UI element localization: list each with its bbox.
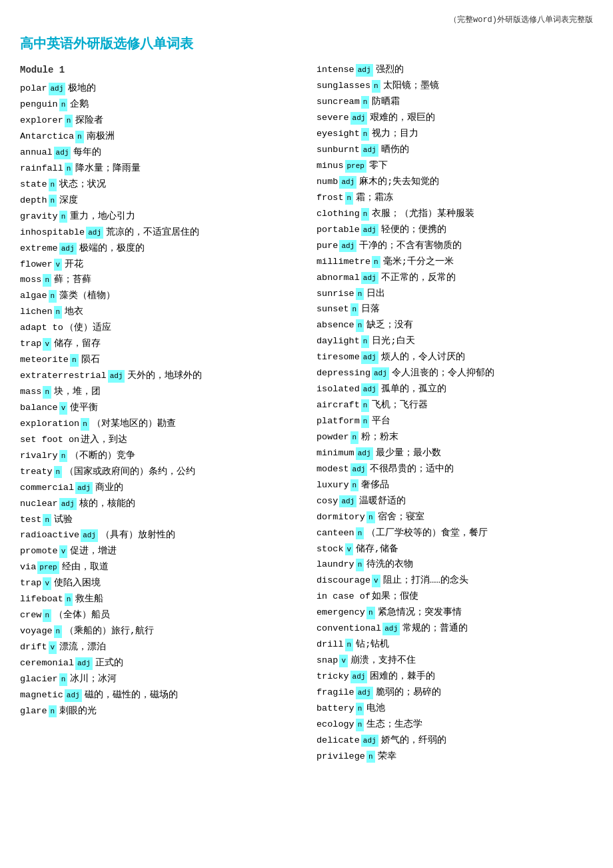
word-entry: daylightn日光;白天 (316, 334, 593, 349)
word: mass (20, 385, 41, 400)
definition: 烦人的，令人讨厌的 (381, 350, 465, 365)
page-header: （完整word)外研版选修八单词表完整版 (20, 13, 593, 27)
definition: 探险者 (75, 113, 103, 129)
word: balance (20, 401, 58, 416)
word: powder (316, 430, 349, 445)
definition: 霜；霜冻 (356, 191, 393, 206)
pos-tag: n (65, 115, 73, 127)
word: magnetic (20, 688, 63, 703)
pos-tag: adj (86, 227, 103, 239)
pos-tag: n (361, 335, 370, 348)
definition: 令人沮丧的；令人抑郁的 (392, 366, 494, 381)
word: flower (20, 257, 53, 273)
word: emergency (316, 605, 365, 621)
word: explorer (20, 113, 63, 129)
word-entry: annualadj每年的 (20, 145, 297, 161)
pos-tag: v (339, 655, 348, 667)
word-entry: staten状态；状况 (20, 177, 297, 193)
pos-tag: adj (361, 383, 378, 396)
word-entry: abnormaladj不正常的，反常的 (316, 271, 593, 286)
pos-tag: n (356, 559, 364, 571)
left-column: Module 1 polaradj极地的penguinn企鹅explorern探… (20, 63, 297, 765)
word-entry: trickyadj困难的，棘手的 (316, 669, 593, 685)
pos-tag: n (361, 415, 370, 428)
word-entry: portableadj轻便的；便携的 (316, 223, 593, 238)
pos-tag: adj (356, 447, 373, 460)
word-entry: clothingn衣服；（尤指）某种服装 (316, 207, 593, 222)
definition: 缺乏；没有 (366, 318, 413, 333)
word-entry: tiresomeadj烦人的，令人讨厌的 (316, 350, 593, 365)
word: modest (316, 462, 349, 477)
word: luxury (316, 478, 349, 493)
definition: 极地的 (68, 81, 96, 97)
word: voyage (20, 624, 53, 639)
word: delicate (316, 733, 360, 749)
pos-tag: n (54, 306, 63, 319)
pos-tag: n (345, 192, 354, 205)
word-entry: frostn霜；霜冻 (316, 191, 593, 206)
pos-tag: n (49, 179, 57, 191)
definition: 飞机；飞行器 (372, 398, 428, 413)
word: severe (316, 111, 349, 126)
word: pure (316, 239, 338, 254)
word: test (20, 513, 41, 528)
definition: 进入，到达 (81, 433, 127, 448)
definition: 强烈的 (376, 63, 404, 78)
word-entry: nuclearadj核的，核能的 (20, 497, 297, 512)
word-entry: explorern探险者 (20, 113, 297, 129)
pos-tag: n (75, 131, 84, 143)
pos-tag: v (372, 575, 380, 587)
definition: 极端的，极度的 (79, 241, 145, 257)
word: discourage (316, 573, 370, 589)
definition: 干净的；不含有害物质的 (359, 239, 462, 254)
word: snap (316, 653, 338, 669)
pos-tag: v (59, 402, 68, 415)
pos-tag: n (356, 319, 364, 332)
word-entry: testn试验 (20, 513, 297, 528)
word: isolated (316, 382, 360, 397)
definition: 娇气的，纤弱的 (381, 733, 446, 749)
definition: 平台 (372, 414, 390, 429)
pos-tag: adj (372, 367, 389, 380)
definition: 开花 (65, 257, 83, 273)
word-entry: modestadj不很昂贵的；适中的 (316, 462, 593, 477)
definition: 孤单的，孤立的 (381, 382, 446, 397)
pos-tag: adj (356, 64, 373, 77)
definition: 常规的；普通的 (402, 621, 468, 637)
definition: （不断的）竞争 (70, 449, 135, 464)
pos-tag: adj (75, 657, 93, 670)
pos-tag: n (59, 99, 68, 111)
word-entry: voyagen（乘船的）旅行,航行 (20, 624, 297, 639)
word: inhospitable (20, 225, 85, 241)
word: sunset (316, 302, 349, 317)
word-entry: gravityn重力，地心引力 (20, 209, 297, 225)
word: fragile (316, 685, 354, 701)
word: meteorite (20, 353, 69, 368)
definition: 宿舍；寝室 (378, 510, 424, 525)
definition: 每年的 (73, 145, 101, 161)
word-entry: sunsetn日落 (316, 302, 593, 317)
page-title: 高中英语外研版选修八单词表 (20, 33, 593, 56)
pos-tag: adj (356, 687, 373, 699)
word-entry: trapv使陷入困境 (20, 576, 297, 591)
word: algae (20, 289, 47, 304)
word: ceremonial (20, 656, 74, 671)
word: exploration (20, 417, 79, 432)
word-entry: inhospitableadj荒凉的，不适宜居住的 (20, 225, 297, 241)
word-entry: set foot on进入，到达 (20, 433, 297, 448)
word-entry: laundryn待洗的衣物 (316, 557, 593, 573)
pos-tag: n (54, 466, 63, 479)
word-entry: privilegen荣幸 (316, 749, 593, 765)
definition: 救生船 (75, 592, 103, 607)
definition: 如果；假使 (372, 589, 418, 605)
word-entry: platformn平台 (316, 414, 593, 429)
definition: 促进，增进 (70, 544, 117, 559)
word-entry: glaciern冰川；冰河 (20, 672, 297, 687)
pos-tag: n (59, 450, 68, 463)
pos-tag: adj (350, 112, 368, 125)
word: ecology (316, 717, 354, 733)
word: moss (20, 273, 41, 288)
pos-tag: n (366, 607, 375, 619)
word-entry: driftv漂流，漂泊 (20, 640, 297, 655)
word-entry: stockv储存,储备 (316, 542, 593, 557)
